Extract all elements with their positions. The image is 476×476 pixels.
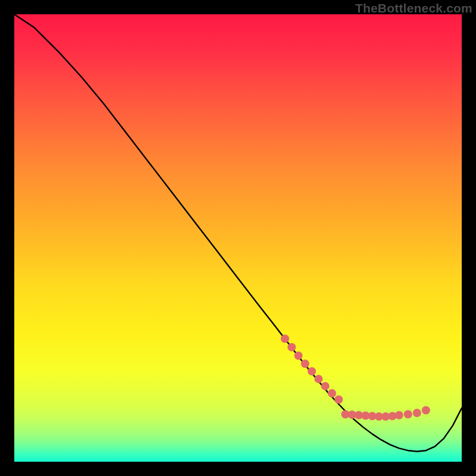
- marker-dot: [287, 343, 296, 351]
- marker-dot: [314, 375, 322, 383]
- marker-dot: [395, 411, 403, 419]
- watermark-text: TheBottleneck.com: [355, 1, 472, 15]
- marker-dot: [321, 382, 330, 390]
- marker-dot: [404, 410, 412, 418]
- curve-layer: [14, 14, 462, 462]
- marker-dot: [413, 409, 421, 417]
- marker-dots: [281, 334, 430, 421]
- marker-dot: [422, 406, 430, 415]
- marker-dot: [281, 334, 289, 343]
- plot-area: [14, 14, 462, 462]
- marker-dot: [295, 352, 303, 360]
- marker-dot: [328, 389, 336, 397]
- marker-dot: [308, 367, 316, 375]
- chart-frame: TheBottleneck.com: [0, 0, 476, 476]
- bottleneck-curve: [14, 14, 462, 452]
- marker-dot: [301, 359, 309, 368]
- marker-dot: [334, 395, 343, 403]
